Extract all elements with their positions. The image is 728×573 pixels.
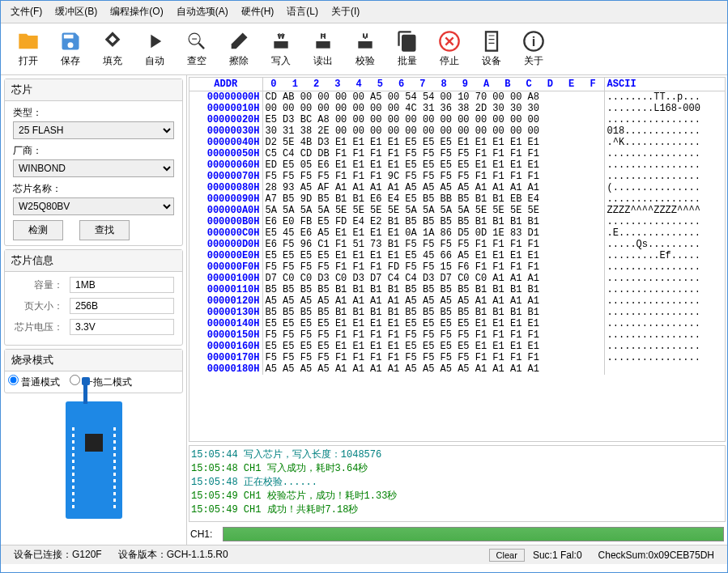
info-panel-title: 芯片信息 xyxy=(5,250,182,272)
menu-item[interactable]: 编程操作(O) xyxy=(104,2,169,21)
hex-row[interactable]: 00000030H30 31 38 2E 00 00 00 00 00 00 0… xyxy=(189,125,725,137)
vendor-select[interactable]: WINBOND xyxy=(13,159,174,177)
chipname-label: 芯片名称： xyxy=(13,182,174,196)
hex-row[interactable]: 000000D0HE6 F5 96 C1 F1 51 73 B1 F5 F5 F… xyxy=(189,239,725,250)
toolbar-label: 保存 xyxy=(61,54,80,68)
svg-rect-4 xyxy=(358,41,372,49)
voltage-value: 3.3V xyxy=(70,319,174,335)
page-value: 256B xyxy=(70,298,174,314)
toolbar-label: 擦除 xyxy=(229,54,249,68)
stop-icon xyxy=(438,30,461,53)
svg-text:i: i xyxy=(532,34,536,49)
detect-button[interactable]: 检测 xyxy=(13,220,63,240)
save-icon xyxy=(59,30,82,53)
toolbar-label: 打开 xyxy=(19,54,38,68)
toolbar-label: 查空 xyxy=(187,54,206,68)
progress-label: CH1: xyxy=(190,528,223,540)
menu-item[interactable]: 关于(I) xyxy=(325,2,366,21)
status-connected: 设备已连接：G120F xyxy=(6,548,110,562)
device-icon xyxy=(480,30,503,53)
left-panel: 芯片 类型： 25 FLASH 厂商： WINBOND 芯片名称： W25Q80… xyxy=(1,75,187,545)
toolbar-batch[interactable]: 批量 xyxy=(386,27,428,71)
toolbar-label: 停止 xyxy=(440,54,459,68)
hex-row[interactable]: 00000070HF5 F5 F5 F5 F1 F1 F1 9C F5 F5 F… xyxy=(189,171,725,182)
hex-row[interactable]: 00000120HA5 A5 A5 A5 A1 A1 A1 A1 A5 A5 A… xyxy=(189,295,725,307)
type-label: 类型： xyxy=(13,106,174,120)
hex-row[interactable]: 00000160HE5 E5 E5 E5 E1 E1 E1 E1 E5 E5 E… xyxy=(189,341,725,352)
chipname-select[interactable]: W25Q80BV xyxy=(13,197,174,215)
menu-item[interactable]: 文件(F) xyxy=(4,2,49,21)
hex-row[interactable]: 00000150HF5 F5 F5 F5 F1 F1 F1 F1 F5 F5 F… xyxy=(189,329,725,341)
toolbar-auto[interactable]: 自动 xyxy=(134,27,176,71)
toolbar-save[interactable]: 保存 xyxy=(49,27,92,71)
toolbar: 打开保存填充自动查空擦除W写入R读出V校验批量停止设备i关于 xyxy=(1,23,727,75)
status-sucfail: Suc:1 Fal:0 xyxy=(525,550,590,561)
toolbar-open[interactable]: 打开 xyxy=(7,27,49,71)
hex-row[interactable]: 00000060HED E5 05 E6 E1 E1 E1 E1 E5 E5 E… xyxy=(189,159,725,171)
toolbar-label: 写入 xyxy=(271,54,291,68)
hex-row[interactable]: 00000180HA5 A5 A5 A5 A1 A1 A1 A1 A5 A5 A… xyxy=(189,363,725,375)
toolbar-stop[interactable]: 停止 xyxy=(428,27,470,71)
hex-row[interactable]: 000000F0HF5 F5 F5 F5 F1 F1 F1 FD F5 F5 1… xyxy=(189,261,725,273)
menu-item[interactable]: 自动选项(A) xyxy=(170,2,235,21)
hex-row[interactable]: 000000A0H5A 5A 5A 5A 5E 5E 5E 5E 5A 5A 5… xyxy=(189,205,725,216)
toolbar-blank[interactable]: 查空 xyxy=(176,27,218,71)
capacity-value: 1MB xyxy=(70,277,174,293)
toolbar-label: 关于 xyxy=(524,54,543,68)
hex-row[interactable]: 00000040HD2 5E 4B D3 E1 E1 E1 E1 E5 E5 E… xyxy=(189,137,725,148)
toolbar-about[interactable]: i关于 xyxy=(513,27,555,71)
page-label: 页大小： xyxy=(13,299,70,313)
statusbar: 设备已连接：G120F 设备版本：GCH-1.1.5.R0 Clear Suc:… xyxy=(1,545,727,564)
write-icon: W xyxy=(270,30,292,53)
toolbar-label: 读出 xyxy=(313,54,333,68)
hex-row[interactable]: 00000100HD7 C0 C0 D3 C0 D3 D7 C4 C4 D3 D… xyxy=(189,273,725,284)
status-version: 设备版本：GCH-1.1.5.R0 xyxy=(110,548,236,562)
open-icon xyxy=(17,30,40,53)
svg-text:W: W xyxy=(277,32,285,40)
zif-socket-image xyxy=(1,397,186,524)
status-checksum: CheckSum:0x09CEB75DH xyxy=(590,550,722,561)
toolbar-erase[interactable]: 擦除 xyxy=(218,27,260,71)
hex-row[interactable]: 00000080H28 93 A5 AF A1 A1 A1 A1 A5 A5 A… xyxy=(189,182,725,193)
menu-item[interactable]: 语言(L) xyxy=(280,2,325,21)
menu-item[interactable]: 硬件(H) xyxy=(235,2,281,21)
log-line: 15:05:44 写入芯片，写入长度：1048576 xyxy=(191,448,723,461)
about-icon: i xyxy=(522,30,545,53)
hex-row[interactable]: 000000E0HE5 E5 E5 E5 E1 E1 E1 E1 E5 45 6… xyxy=(189,250,725,261)
hex-row[interactable]: 00000110HB5 B5 B5 B5 B1 B1 B1 B1 B5 B5 B… xyxy=(189,284,725,295)
clear-button[interactable]: Clear xyxy=(489,549,525,562)
hex-row[interactable]: 00000090HA7 B5 9D B5 B1 B1 E6 E4 E5 B5 B… xyxy=(189,193,725,205)
hex-row[interactable]: 00000140HE5 E5 E5 E5 E1 E1 E1 E1 E5 E5 E… xyxy=(189,318,725,329)
hex-viewer[interactable]: ADDR0123456789ABCDEFASCII 00000000HCD AB… xyxy=(189,77,726,442)
hex-row[interactable]: 000000B0HE6 E0 FB E5 FD E4 E2 B1 B5 B5 B… xyxy=(189,216,725,227)
mode-normal[interactable]: 普通模式 xyxy=(8,375,60,389)
hex-row[interactable]: 00000000HCD AB 00 00 00 00 A5 00 54 54 0… xyxy=(189,91,725,104)
mode-dual[interactable]: 一拖二模式 xyxy=(70,375,131,389)
log-line: 15:05:48 正在校验...... xyxy=(191,475,723,489)
type-select[interactable]: 25 FLASH xyxy=(13,121,174,139)
hex-row[interactable]: 00000050HC5 C4 CD DB F1 F1 F1 F1 F5 F5 F… xyxy=(189,148,725,159)
voltage-label: 芯片电压： xyxy=(13,320,70,334)
toolbar-read[interactable]: R读出 xyxy=(302,27,344,71)
menubar: 文件(F)缓冲区(B)编程操作(O)自动选项(A)硬件(H)语言(L)关于(I) xyxy=(1,1,727,23)
toolbar-device[interactable]: 设备 xyxy=(470,27,513,71)
hex-row[interactable]: 00000010H00 00 00 00 00 00 00 00 4C 31 3… xyxy=(189,103,725,114)
hex-row[interactable]: 000000C0HE5 45 E6 A5 E1 E1 E1 E1 0A 1A 8… xyxy=(189,227,725,239)
toolbar-fill[interactable]: 填充 xyxy=(92,27,134,71)
mode-panel-title: 烧录模式 xyxy=(5,350,182,371)
toolbar-label: 填充 xyxy=(103,54,122,68)
blank-icon xyxy=(185,30,208,53)
verify-icon: V xyxy=(354,30,377,53)
vendor-label: 厂商： xyxy=(13,144,174,158)
menu-item[interactable]: 缓冲区(B) xyxy=(49,2,104,21)
toolbar-verify[interactable]: V校验 xyxy=(344,27,386,71)
find-button[interactable]: 查找 xyxy=(79,220,130,240)
hex-row[interactable]: 00000170HF5 F5 F5 F5 F1 F1 F1 F1 F5 F5 F… xyxy=(189,352,725,363)
hex-row[interactable]: 00000130HB5 B5 B5 B5 B1 B1 B1 B1 B5 B5 B… xyxy=(189,307,725,318)
hex-row[interactable]: 00000020HE5 D3 BC A8 00 00 00 00 00 00 0… xyxy=(189,114,725,125)
svg-rect-2 xyxy=(316,41,330,49)
log-area[interactable]: 15:05:44 写入芯片，写入长度：104857615:05:48 CH1 写… xyxy=(189,445,726,522)
toolbar-write[interactable]: W写入 xyxy=(260,27,302,71)
batch-icon xyxy=(396,30,419,53)
toolbar-label: 校验 xyxy=(355,54,375,68)
